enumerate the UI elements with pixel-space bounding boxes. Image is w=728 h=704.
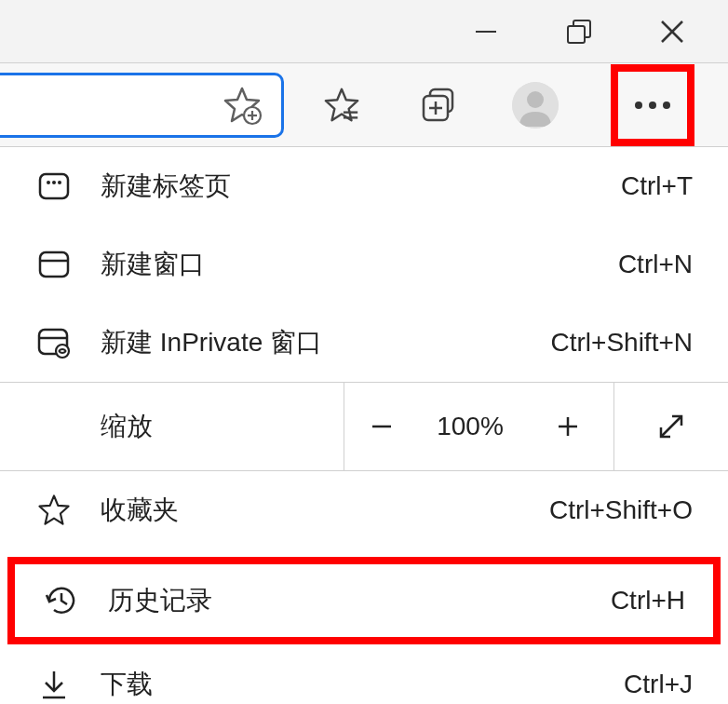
svg-rect-16 bbox=[40, 174, 68, 198]
menu-label: 收藏夹 bbox=[101, 493, 549, 528]
window-controls bbox=[0, 0, 728, 63]
history-icon bbox=[43, 582, 80, 619]
menu-shortcut: Ctrl+H bbox=[611, 586, 685, 616]
svg-point-19 bbox=[58, 181, 61, 184]
avatar-icon bbox=[512, 82, 559, 129]
minimize-icon bbox=[472, 18, 500, 46]
menu-shortcut: Ctrl+J bbox=[624, 670, 693, 699]
minus-icon bbox=[368, 413, 396, 440]
minimize-button[interactable] bbox=[467, 13, 505, 50]
toolbar bbox=[0, 63, 728, 147]
svg-line-28 bbox=[661, 416, 681, 437]
menu-item-new-window[interactable]: 新建窗口 Ctrl+N bbox=[0, 225, 728, 304]
more-menu-button[interactable] bbox=[611, 64, 694, 146]
menu-shortcut: Ctrl+T bbox=[621, 171, 693, 201]
favorites-list-icon bbox=[322, 86, 361, 125]
svg-point-24 bbox=[56, 345, 69, 358]
zoom-out-button[interactable] bbox=[344, 383, 419, 470]
star-icon bbox=[35, 492, 73, 529]
add-favorite-icon[interactable] bbox=[222, 85, 263, 126]
fullscreen-button[interactable] bbox=[614, 383, 728, 470]
svg-point-17 bbox=[47, 181, 50, 184]
new-window-icon bbox=[35, 246, 73, 283]
plus-icon bbox=[554, 413, 582, 440]
new-tab-icon bbox=[35, 168, 73, 205]
menu-label: 历史记录 bbox=[108, 583, 611, 618]
fullscreen-icon bbox=[655, 411, 687, 442]
inprivate-icon bbox=[35, 324, 73, 361]
profile-avatar[interactable] bbox=[512, 82, 559, 129]
zoom-value: 100% bbox=[419, 383, 521, 470]
close-button[interactable] bbox=[654, 13, 691, 50]
svg-rect-20 bbox=[40, 252, 68, 277]
dot-icon bbox=[649, 102, 656, 109]
maximize-icon bbox=[565, 18, 593, 46]
menu-item-zoom: 缩放 100% bbox=[0, 383, 728, 470]
svg-point-18 bbox=[52, 181, 56, 184]
download-icon bbox=[35, 666, 73, 703]
menu-item-downloads[interactable]: 下载 Ctrl+J bbox=[0, 652, 728, 704]
menu-label: 新建 InPrivate 窗口 bbox=[101, 325, 551, 360]
svg-rect-2 bbox=[568, 26, 585, 43]
address-bar[interactable] bbox=[0, 73, 284, 138]
menu-shortcut: Ctrl+Shift+N bbox=[551, 328, 694, 358]
collections-button[interactable] bbox=[416, 83, 461, 128]
menu-item-new-tab[interactable]: 新建标签页 Ctrl+T bbox=[0, 147, 728, 225]
menu-item-new-inprivate[interactable]: 新建 InPrivate 窗口 Ctrl+Shift+N bbox=[0, 304, 728, 382]
menu-label: 新建窗口 bbox=[101, 247, 618, 282]
history-highlight: 历史记录 Ctrl+H bbox=[7, 557, 721, 644]
toolbar-icons bbox=[284, 64, 721, 146]
close-icon bbox=[658, 18, 686, 46]
dot-icon bbox=[635, 102, 642, 109]
menu-label: 新建标签页 bbox=[101, 169, 621, 204]
favorites-button[interactable] bbox=[319, 83, 364, 128]
maximize-button[interactable] bbox=[560, 13, 598, 50]
zoom-in-button[interactable] bbox=[521, 383, 614, 470]
dot-icon bbox=[663, 102, 670, 109]
menu-label: 下载 bbox=[101, 667, 624, 702]
collections-icon bbox=[420, 87, 457, 124]
menu-item-favorites[interactable]: 收藏夹 Ctrl+Shift+O bbox=[0, 471, 728, 549]
menu-shortcut: Ctrl+Shift+O bbox=[549, 495, 693, 525]
svg-point-15 bbox=[527, 91, 544, 108]
menu-shortcut: Ctrl+N bbox=[618, 250, 693, 279]
main-menu: 新建标签页 Ctrl+T 新建窗口 Ctrl+N 新建 InPrivate 窗口… bbox=[0, 147, 728, 704]
menu-item-history[interactable]: 历史记录 Ctrl+H bbox=[15, 564, 713, 637]
zoom-label: 缩放 bbox=[0, 383, 344, 470]
